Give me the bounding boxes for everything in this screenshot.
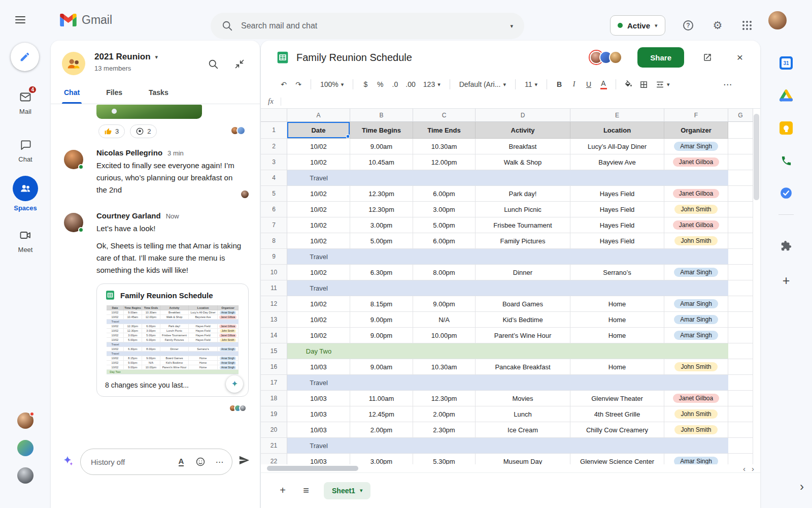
sheet-cell[interactable]: Ice Cream [476, 422, 570, 438]
sheet-cell[interactable] [728, 406, 753, 422]
tab-tasks[interactable]: Tasks [148, 87, 170, 104]
row-number[interactable]: 19 [261, 406, 287, 422]
sheet-cell[interactable] [728, 422, 753, 438]
sheet-cell[interactable]: Amar Singh [664, 328, 728, 343]
gmail-brand[interactable]: Gmail [60, 13, 112, 27]
search-bar[interactable] [211, 13, 524, 39]
close-button[interactable]: × [731, 48, 749, 67]
message-input[interactable] [91, 458, 169, 466]
sheet-cell[interactable]: Hayes Field [570, 186, 664, 202]
sheet-cell[interactable] [728, 154, 753, 170]
row-number[interactable]: 16 [261, 359, 287, 375]
scroll-right-button[interactable]: › [752, 464, 754, 473]
sheet-cell[interactable]: 10/02 [287, 312, 350, 328]
sheet-cell[interactable]: 12.00pm [413, 154, 476, 170]
sheet-cell[interactable]: Bayview Ave [570, 154, 664, 170]
sheet-cell[interactable] [728, 170, 753, 186]
sheet-cell[interactable]: Dinner [476, 265, 570, 280]
sheet-cell[interactable]: 10/03 [287, 359, 350, 375]
compose-button[interactable] [11, 43, 39, 71]
sheet-preview-card[interactable]: Family Reunion Schedule DateTime BeginsT… [96, 283, 249, 397]
sheet-cell[interactable]: 9.00pm [350, 312, 413, 328]
sheet-cell[interactable]: 12.30pm [350, 202, 413, 217]
user-avatar[interactable] [768, 11, 787, 29]
sheet-cell[interactable]: 10/03 [287, 391, 350, 406]
sheet-cell[interactable] [728, 280, 753, 296]
row-number[interactable]: 22 [261, 454, 287, 464]
vertical-scroll-thumb[interactable] [754, 114, 759, 200]
sheet-cell[interactable]: Parent’s Wine Hour [476, 328, 570, 343]
font-select[interactable]: Default (Ari... [456, 77, 510, 91]
reaction-thumbs-up[interactable]: 3 [98, 124, 125, 138]
row-number[interactable]: 6 [261, 202, 287, 217]
formula-bar[interactable]: fx [261, 94, 760, 109]
sheet-cell[interactable]: 9.00pm [413, 296, 476, 312]
text-color-button[interactable]: A [597, 77, 610, 91]
addons-panel-button[interactable] [776, 236, 796, 256]
collapse-panel-button[interactable] [229, 54, 250, 74]
search-input[interactable] [241, 21, 502, 30]
sheet-cell[interactable]: 5.30pm [413, 454, 476, 464]
all-sheets-button[interactable]: ≡ [296, 481, 316, 500]
sheet-cell[interactable]: 3.00pm [350, 217, 413, 233]
sheet-cell[interactable]: 6.30pm [350, 265, 413, 280]
sheet-cell[interactable] [728, 343, 753, 359]
sheet-cell[interactable]: Home [570, 359, 664, 375]
sheet-cell[interactable]: 9.00am [350, 139, 413, 154]
recent-contact-avatar[interactable] [17, 440, 33, 456]
bold-button[interactable]: B [553, 77, 566, 91]
row-number[interactable]: 1 [261, 122, 287, 139]
sheet-cell[interactable]: 10/02 [287, 217, 350, 233]
sheet-cell[interactable]: 5.00pm [350, 233, 413, 249]
sheet-cell[interactable] [728, 328, 753, 343]
row-number[interactable]: 4 [261, 170, 287, 186]
undo-button[interactable]: ↶ [277, 77, 290, 91]
select-all-corner[interactable] [261, 109, 287, 122]
sheet-cell[interactable]: Lunch Picnic [476, 202, 570, 217]
sheet-cell[interactable]: Amar Singh [664, 454, 728, 464]
sheet-cell[interactable]: 4th Street Grille [570, 406, 664, 422]
toolbar-more-button[interactable]: ⋯ [723, 79, 732, 90]
sheet-cell[interactable]: Frisbee Tournament [476, 217, 570, 233]
row-number[interactable]: 7 [261, 217, 287, 233]
sheet-cell[interactable]: Time Begins [350, 122, 413, 139]
number-format-button[interactable]: 123 [420, 77, 444, 91]
help-button[interactable]: ? [678, 15, 698, 36]
sheet-cell[interactable] [728, 391, 753, 406]
expand-rail-button[interactable]: › [800, 480, 804, 494]
sheet-cell[interactable]: Amar Singh [664, 296, 728, 312]
drive-panel-button[interactable] [776, 85, 796, 106]
row-number[interactable]: 10 [261, 265, 287, 280]
sheet-cell[interactable] [728, 186, 753, 202]
travel-row[interactable]: Travel [287, 438, 728, 454]
row-number[interactable]: 3 [261, 154, 287, 170]
sheet-cell[interactable]: 10/03 [287, 454, 350, 464]
sheet-cell[interactable]: Amar Singh [664, 265, 728, 280]
share-button[interactable]: Share [637, 47, 684, 68]
horizontal-scrollbar[interactable]: ‹ › [261, 464, 760, 472]
sheet-cell[interactable] [728, 202, 753, 217]
row-number[interactable]: 9 [261, 249, 287, 265]
search-options-button[interactable] [510, 23, 513, 29]
fill-color-button[interactable] [622, 77, 635, 91]
format-currency-button[interactable]: $ [359, 77, 372, 91]
sheet-cell[interactable]: Amar Singh [664, 139, 728, 154]
sheet-cell[interactable]: 10.45am [350, 154, 413, 170]
sheet-cell[interactable]: 2.30pm [413, 422, 476, 438]
column-header-D[interactable]: D [476, 109, 570, 122]
sheet-cell[interactable]: Home [570, 296, 664, 312]
day-two-row[interactable]: Day Two [287, 343, 728, 359]
ai-compose-button[interactable] [62, 455, 73, 466]
sheet-cell[interactable]: 9.00pm [350, 328, 413, 343]
recent-contact-avatar[interactable] [17, 412, 33, 429]
sheet-cell[interactable]: 11.00am [350, 391, 413, 406]
row-number[interactable]: 15 [261, 343, 287, 359]
sheet-cell[interactable]: Janet Gilboa [664, 154, 728, 170]
main-menu-button[interactable] [15, 16, 25, 23]
sidebar-item-mail[interactable]: 4 Mail [0, 89, 51, 115]
sheet-cell[interactable]: 12.45pm [350, 406, 413, 422]
recent-contact-avatar[interactable] [17, 467, 33, 484]
row-number[interactable]: 18 [261, 391, 287, 406]
sheet-cell[interactable] [728, 438, 753, 454]
sheet-cell[interactable]: Museum Day [476, 454, 570, 464]
